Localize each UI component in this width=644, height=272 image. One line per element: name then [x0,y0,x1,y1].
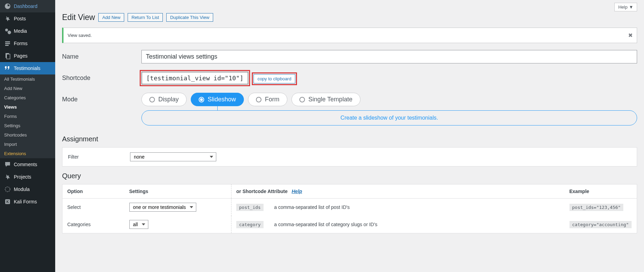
name-label: Name [62,53,141,60]
forms-icon [4,40,11,47]
submenu-shortcodes[interactable]: Shortcodes [0,130,55,140]
sidebar-item-projects[interactable]: Projects [0,171,55,183]
svg-rect-5 [7,54,10,59]
filter-row: Filter none [68,152,631,161]
sidebar-item-label: Posts [14,16,26,21]
mode-option-label: Display [158,96,179,103]
mode-description-wrap: Create a slideshow of your testimonials. [141,110,637,125]
cell-settings: all [125,216,231,233]
pin-icon [4,173,11,180]
submenu-forms[interactable]: Forms [0,112,55,121]
submenu-import[interactable]: Import [0,140,55,149]
example-code: post_ids="123,456" [569,204,624,211]
submenu-views[interactable]: Views [0,102,55,112]
submenu-add-new[interactable]: Add New [0,84,55,93]
help-link[interactable]: Help [291,189,302,194]
page-title: Edit View [62,13,95,22]
cell-attribute: post_ids a comma-separated list of post … [231,199,565,216]
sidebar-item-label: Comments [14,162,37,167]
mode-option-single-template[interactable]: Single Template [291,93,360,106]
main-content: Help ▼ Edit View Add New Return To List … [55,0,644,272]
sidebar-item-testimonials[interactable]: Testimonials [0,62,55,74]
cell-settings: one or more testimonials [125,199,231,216]
sidebar-item-comments[interactable]: Comments [0,158,55,171]
query-table: Option Settings or Shortcode Attribute H… [62,184,637,233]
add-new-button[interactable]: Add New [98,13,124,22]
help-toggle[interactable]: Help ▼ [614,3,637,11]
svg-rect-3 [5,45,9,46]
svg-rect-2 [5,43,10,44]
sidebar-item-dashboard[interactable]: Dashboard [0,0,55,12]
mode-option-form[interactable]: Form [248,93,287,106]
query-row-select: Select one or more testimonials post_ids… [62,199,637,216]
sidebar-item-label: Modula [14,187,30,192]
mode-description: Create a slideshow of your testimonials. [141,110,637,125]
dashboard-icon [4,3,11,10]
sidebar-item-label: Dashboard [14,3,38,9]
svg-rect-1 [5,41,10,42]
mode-option-label: Slideshow [208,96,236,103]
query-row-categories: Categories all category a comma-separate… [62,216,637,233]
sidebar-item-label: Testimonials [14,66,40,71]
col-attribute: or Shortcode Attribute Help [231,184,565,199]
svg-point-0 [5,29,8,31]
shortcode-row: Shortcode [testimonial_view id="10"] cop… [62,72,637,84]
name-row: Name [62,50,637,63]
shortcode-value: [testimonial_view id="10"] [141,72,248,84]
shortcode-controls: [testimonial_view id="10"] copy to clipb… [141,72,295,84]
assignment-heading: Assignment [62,135,637,143]
pin-icon [4,15,11,22]
sidebar-item-label: Forms [14,41,28,46]
radio-icon [256,97,261,102]
submenu-all-testimonials[interactable]: All Testimonials [0,74,55,84]
dismiss-notice-icon[interactable]: ✖ [628,32,633,39]
sidebar-item-forms[interactable]: Forms [0,37,55,50]
return-to-list-button[interactable]: Return To List [128,13,163,22]
cell-option: Categories [62,216,125,233]
sidebar-item-pages[interactable]: Pages [0,50,55,62]
filter-select[interactable]: none [130,152,216,161]
sidebar-item-posts[interactable]: Posts [0,12,55,25]
sidebar-item-label: Kali Forms [14,199,37,204]
sidebar-item-label: Pages [14,53,28,59]
notice-text: View saved. [68,33,92,38]
mode-connector-line [217,103,218,110]
attr-code: category [236,221,264,228]
copy-to-clipboard-button[interactable]: copy to clipboard [254,74,295,83]
sidebar-item-modula[interactable]: Modula [0,183,55,195]
submenu-extensions[interactable]: Extensions [0,149,55,158]
mode-option-display[interactable]: Display [141,93,187,106]
assignment-panel: Filter none [62,147,637,167]
cell-attribute: category a comma-separated list of categ… [231,216,565,233]
sidebar-item-kali-forms[interactable]: K Kali Forms [0,195,55,208]
sidebar-item-label: Media [14,28,27,34]
radio-icon [149,97,155,102]
comment-icon [4,161,11,168]
select-testimonials-dropdown[interactable]: one or more testimonials [129,203,196,212]
duplicate-view-button[interactable]: Duplicate This View [166,13,213,22]
col-example: Example [565,184,637,199]
col-settings: Settings [125,184,231,199]
shortcode-label: Shortcode [62,74,141,82]
mode-option-label: Single Template [308,96,353,103]
pages-icon [4,52,11,59]
radio-icon [199,97,204,102]
col-option: Option [62,184,125,199]
cell-example: post_ids="123,456" [565,199,637,216]
submenu-settings[interactable]: Settings [0,121,55,130]
name-input[interactable] [141,50,637,63]
attr-desc: a comma-separated list of post ID's [274,204,350,210]
categories-dropdown[interactable]: all [129,220,148,229]
sidebar-item-label: Projects [14,174,31,180]
modula-icon [4,186,11,193]
example-code: category="accounting" [569,221,632,228]
svg-point-6 [5,187,10,192]
cell-example: category="accounting" [565,216,637,233]
filter-label: Filter [68,154,130,160]
success-notice: View saved. ✖ [62,28,637,43]
mode-options: Display Slideshow Form Single Template [141,93,360,106]
submenu-categories[interactable]: Categories [0,93,55,102]
sidebar-item-media[interactable]: Media [0,25,55,37]
svg-text:K: K [6,200,9,204]
media-icon [4,28,11,34]
